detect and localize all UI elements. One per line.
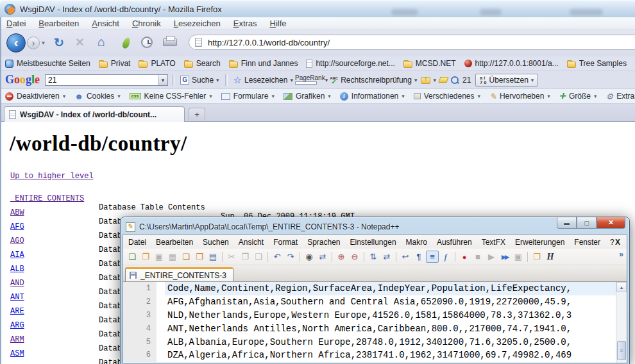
- bookmark-folder-plato[interactable]: PLATO: [139, 59, 175, 68]
- cut-icon[interactable]: ✂: [225, 251, 238, 263]
- notepad-titlebar[interactable]: C:\Users\Martin\AppData\Local\Temp\_ENTI…: [123, 219, 627, 235]
- stop-button[interactable]: ×: [76, 34, 84, 51]
- minimize-button[interactable]: ▬: [557, 217, 577, 229]
- npp-menu-suchen[interactable]: Suchen: [203, 238, 229, 247]
- save-all-icon[interactable]: ▦: [166, 251, 179, 263]
- function-list-icon[interactable]: ƒ: [439, 251, 452, 263]
- menu-bearbeiten[interactable]: Bearbeiten: [38, 19, 79, 28]
- scroll-up-icon[interactable]: ▲: [616, 282, 627, 292]
- doc-monitor-icon[interactable]: ❒: [530, 251, 543, 263]
- paste-icon[interactable]: ❑: [252, 251, 265, 263]
- toolbar-separator[interactable]: [396, 252, 396, 262]
- bookmark-localhost-8001[interactable]: http://127.0.0.1:8001/a...: [464, 59, 559, 68]
- macro-play-icon[interactable]: ▶: [485, 251, 498, 263]
- npp-menu-sprachen[interactable]: Sprachen: [307, 238, 340, 247]
- close-button[interactable]: ✕: [597, 217, 625, 229]
- toolbar-separator[interactable]: [267, 252, 268, 262]
- show-all-chars-icon[interactable]: ¶: [412, 251, 425, 263]
- npp-menu-bearbeiten[interactable]: Bearbeiten: [156, 238, 193, 247]
- open-file-icon[interactable]: ❐: [139, 251, 152, 263]
- webdev-groesse[interactable]: ✛ Größe ▾: [559, 92, 597, 101]
- google-lesezeichen-button[interactable]: ☆ Lesezeichen ▾: [233, 76, 293, 85]
- npp-menu-einstellungen[interactable]: Einstellungen: [350, 238, 396, 247]
- pagerank-indicator[interactable]: PageRank: [295, 75, 325, 85]
- bookmark-meistbesuchte-seiten[interactable]: Meistbesuchte Seiten: [5, 59, 90, 68]
- word-wrap-icon[interactable]: ↩: [399, 251, 412, 263]
- webdev-deaktivieren[interactable]: Deaktivieren ▾: [5, 92, 65, 101]
- chevron-down-icon[interactable]: ▾: [325, 77, 328, 83]
- highlighter-icon[interactable]: [439, 77, 449, 83]
- google-search-box[interactable]: ▾: [45, 74, 168, 86]
- scrollbar-thumb[interactable]: ≡: [617, 341, 626, 360]
- webdev-informationen[interactable]: i Informationen ▾: [340, 92, 405, 101]
- maximize-button[interactable]: ▢: [577, 217, 597, 229]
- history-dropdown-icon[interactable]: ▾: [42, 39, 45, 46]
- textfx-icon[interactable]: H: [544, 251, 557, 263]
- macro-stop-icon[interactable]: ■: [471, 251, 484, 263]
- macro-run-multiple-icon[interactable]: ▶▶: [498, 251, 511, 263]
- bookmark-folder-search[interactable]: Search: [184, 59, 221, 68]
- npp-menu-hilfe[interactable]: ?: [610, 238, 614, 247]
- bookmark-sourceforge[interactable]: http://sourceforge.net...: [306, 59, 394, 68]
- npp-menu-erweiterungen[interactable]: Erweiterungen: [515, 238, 564, 247]
- leaf-addon-icon[interactable]: [121, 37, 131, 49]
- menu-ansicht[interactable]: Ansicht: [92, 19, 119, 28]
- copy-icon[interactable]: ❐: [239, 251, 251, 263]
- bookmark-folder-finn-und-jannes[interactable]: Finn und Jannes: [229, 59, 298, 68]
- menu-extras[interactable]: Extras: [233, 19, 257, 28]
- zoom-out-icon[interactable]: ⊖: [348, 251, 361, 263]
- webdev-verschiedenes[interactable]: Verschiedenes ▾: [414, 92, 480, 101]
- save-icon[interactable]: ▣: [153, 251, 165, 263]
- menu-datei[interactable]: Datei: [6, 19, 26, 28]
- menu-chronik[interactable]: Chronik: [132, 19, 161, 28]
- print-button[interactable]: [163, 38, 177, 46]
- bookmark-folder-mcsd[interactable]: MCSD.NET: [403, 59, 456, 68]
- toolbar-overflow-icon[interactable]: »: [619, 250, 623, 259]
- search-dropdown-icon[interactable]: ▾: [158, 75, 167, 85]
- google-suche-button[interactable]: G Suche ▾: [180, 76, 219, 85]
- npp-menu-format[interactable]: Format: [273, 238, 298, 247]
- webdev-css-fehler[interactable]: css Keine CSS-Fehler ▾: [130, 92, 212, 101]
- macro-save-icon[interactable]: ▣: [512, 251, 525, 263]
- find-icon[interactable]: ◉: [303, 251, 316, 263]
- webdev-hervorheben[interactable]: ✎ Hervorheben ▾: [489, 92, 550, 101]
- menu-lesezeichen[interactable]: Lesezeichen: [174, 19, 221, 28]
- indent-guide-icon[interactable]: ≡: [426, 251, 439, 263]
- vertical-scrollbar[interactable]: ▲ ≡: [616, 282, 627, 363]
- print-icon[interactable]: ▤: [207, 251, 219, 263]
- bookmark-folder-privat[interactable]: Privat: [99, 59, 131, 68]
- close-all-icon[interactable]: ❒: [193, 251, 206, 263]
- find-count[interactable]: 21: [451, 76, 471, 85]
- redo-icon[interactable]: ↷: [284, 251, 297, 263]
- firefox-titlebar[interactable]: WsgiDAV - Index of /world-db/country/ - …: [0, 0, 635, 17]
- up-to-higher-level-link[interactable]: Up to higher level: [10, 172, 94, 181]
- bookmark-folder-tree-samples[interactable]: Tree Samples: [567, 59, 627, 68]
- toolbar-separator[interactable]: [300, 252, 300, 262]
- toolbar-separator[interactable]: [527, 252, 528, 262]
- new-tab-button[interactable]: +: [189, 108, 205, 120]
- document-close-icon[interactable]: X: [615, 238, 620, 247]
- url-bar[interactable]: [189, 35, 635, 50]
- npp-menu-textfx[interactable]: TextFX: [482, 238, 505, 247]
- npp-menu-fenster[interactable]: Fenster: [574, 238, 600, 247]
- menu-hilfe[interactable]: Hilfe: [270, 19, 287, 28]
- toolbar-separator[interactable]: [455, 252, 455, 262]
- toolbar-separator[interactable]: [332, 252, 332, 262]
- forward-button[interactable]: ›: [27, 37, 40, 49]
- undo-icon[interactable]: ↶: [271, 251, 284, 263]
- sync-vertical-icon[interactable]: ⇅: [367, 251, 380, 263]
- document-tab[interactable]: _ENTIRE_CONTENTS-3: [125, 267, 233, 281]
- replace-icon[interactable]: ⇄: [316, 251, 329, 263]
- clock-addon-icon[interactable]: [141, 37, 153, 48]
- zoom-in-icon[interactable]: ⊕: [335, 251, 348, 263]
- webdev-extras[interactable]: ⚙ Extras ▾: [605, 92, 635, 101]
- npp-menu-ausfuehren[interactable]: Ausführen: [437, 238, 472, 247]
- url-input[interactable]: [207, 37, 604, 48]
- sync-horizontal-icon[interactable]: ⇄: [380, 251, 393, 263]
- translate-button[interactable]: a í 7 ö Übersetzen ▾: [475, 74, 538, 87]
- toolbar-separator[interactable]: [222, 252, 223, 262]
- npp-menu-ansicht[interactable]: Ansicht: [239, 238, 264, 247]
- npp-menu-makro[interactable]: Makro: [406, 238, 427, 247]
- reload-button[interactable]: ↻: [54, 35, 64, 50]
- google-search-input[interactable]: [46, 75, 158, 85]
